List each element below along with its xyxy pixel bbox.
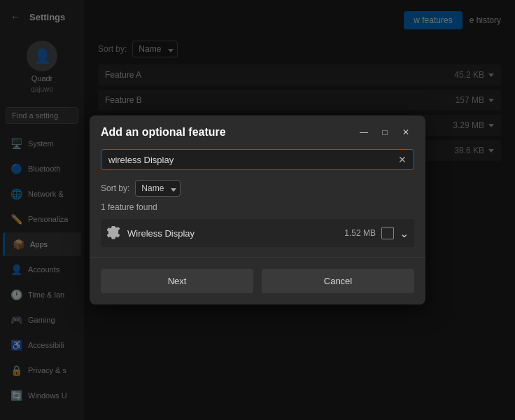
- feature-size-label: 1.52 MB: [344, 228, 376, 238]
- minimize-button[interactable]: —: [355, 125, 372, 139]
- cancel-button[interactable]: Cancel: [262, 269, 414, 293]
- modal-overlay[interactable]: Add an optional feature — □ ✕ ✕ Sort by:…: [0, 0, 515, 420]
- search-container: ✕: [101, 149, 414, 170]
- found-count: 1 feature found: [101, 202, 414, 212]
- expand-feature-button[interactable]: ⌄: [400, 227, 409, 240]
- search-input[interactable]: [108, 155, 398, 165]
- gear-icon: [106, 226, 120, 240]
- clear-search-button[interactable]: ✕: [398, 154, 407, 165]
- modal-titlebar: Add an optional feature — □ ✕: [90, 115, 425, 145]
- next-button[interactable]: Next: [101, 269, 253, 293]
- sort-by-label: Sort by:: [101, 183, 129, 193]
- feature-name-label: Wireless Display: [127, 228, 195, 239]
- modal-sort-row: Sort by: Name Size Date: [101, 180, 414, 197]
- feature-checkbox[interactable]: [381, 227, 394, 239]
- modal-title: Add an optional feature: [101, 126, 226, 139]
- modal-body: ✕ Sort by: Name Size Date 1 feature fo: [90, 145, 425, 250]
- window-controls: — □ ✕: [355, 125, 414, 139]
- close-button[interactable]: ✕: [397, 125, 414, 139]
- modal-sort-select[interactable]: Name Size Date: [135, 180, 181, 197]
- feature-left: Wireless Display: [106, 226, 195, 240]
- modal-footer: Next Cancel: [90, 257, 425, 304]
- maximize-button[interactable]: □: [376, 125, 393, 139]
- feature-list-item: Wireless Display 1.52 MB ⌄: [101, 219, 414, 247]
- add-optional-feature-modal: Add an optional feature — □ ✕ ✕ Sort by:…: [90, 115, 425, 304]
- feature-right: 1.52 MB ⌄: [344, 227, 409, 240]
